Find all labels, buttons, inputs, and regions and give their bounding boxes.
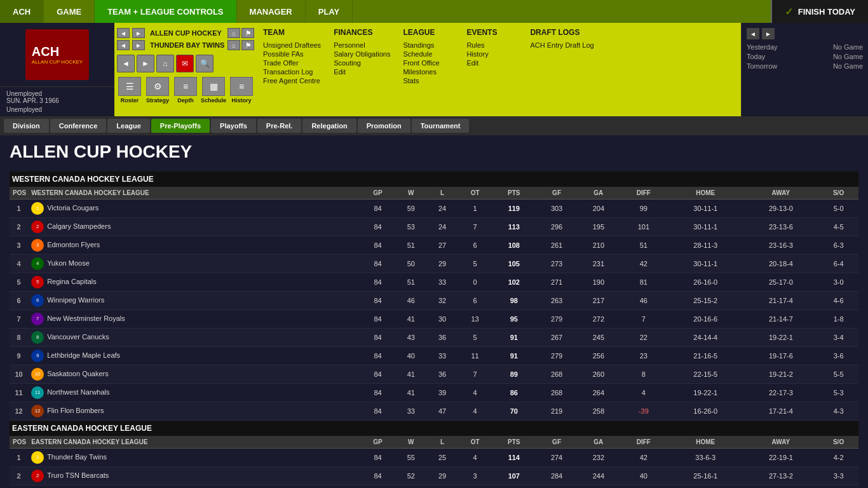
away-cell: 19-21-2 (743, 365, 819, 384)
table-row[interactable]: 9 9Lethbridge Maple Leafs 84 40 33 11 91… (10, 347, 858, 365)
away-cell: 29-13-0 (743, 200, 819, 218)
section-header: EASTERN CANADA HOCKEY LEAGUE (10, 421, 858, 437)
free-agent-centre[interactable]: Free Agent Centre (263, 76, 321, 85)
strategy-button[interactable]: ⚙ Strategy (145, 77, 170, 104)
table-row[interactable]: 2 2Calgary Stampeders 84 53 24 7 113 296… (10, 218, 858, 236)
depth-button[interactable]: ≡ Depth (173, 77, 198, 104)
team-name-cell: 1Thunder Bay Twins (28, 449, 360, 467)
table-row[interactable]: 3 3Kingston Aces 84 43 31 10 96 260 240 … (10, 485, 858, 489)
home-icon[interactable]: ⌂ (227, 28, 240, 38)
table-row[interactable]: 10 10Saskatoon Quakers 84 41 36 7 89 268… (10, 365, 858, 384)
prev-arrow-2[interactable]: ◄ (117, 40, 130, 50)
finances-edit[interactable]: Edit (334, 67, 390, 76)
table-row[interactable]: 11 11Northwest Narwhals 84 41 39 4 86 26… (10, 384, 858, 402)
tab-pre-playoffs[interactable]: Pre-Playoffs (151, 119, 210, 133)
gf-cell: 267 (536, 329, 578, 347)
gp-cell: 84 (360, 365, 395, 384)
nav-team-league[interactable]: TEAM + LEAGUE CONTROLS (95, 0, 236, 23)
events-edit[interactable]: Edit (466, 58, 517, 67)
standings[interactable]: Standings (403, 41, 454, 50)
search-ctrl[interactable]: 🔍 (196, 55, 214, 72)
nav-ach[interactable]: ACH (0, 0, 44, 23)
tab-pre-rel[interactable]: Pre-Rel. (257, 119, 302, 133)
ach-entry-draft-log[interactable]: ACH Entry Draft Log (530, 41, 619, 50)
allen-cup-nav[interactable]: ◄ ► ALLEN CUP HOCKEY ⌂ ⚑ (117, 28, 254, 38)
table-row[interactable]: 12 12Flin Flon Bombers 84 33 47 4 70 219… (10, 402, 858, 421)
flag-icon-2[interactable]: ⚑ (241, 40, 254, 50)
home-cell: 19-22-1 (668, 384, 743, 402)
tab-playoffs[interactable]: Playoffs (211, 119, 256, 133)
diff-cell: 46 (620, 292, 668, 310)
table-row[interactable]: 3 3Edmonton Flyers 84 51 27 6 108 261 21… (10, 236, 858, 255)
events-history[interactable]: History (466, 50, 517, 58)
table-row[interactable]: 7 7New Westminster Royals 84 41 30 13 95… (10, 310, 858, 329)
team-name-cell: 10Saskatoon Quakers (28, 365, 360, 384)
roster-button[interactable]: ☰ Roster (117, 77, 142, 104)
ot-cell: 1 (458, 200, 492, 218)
schedule[interactable]: Schedule (403, 50, 454, 58)
table-row[interactable]: 4 4Yukon Moose 84 50 29 5 105 273 231 42… (10, 255, 858, 273)
events-rules[interactable]: Rules (466, 41, 517, 50)
nav-game[interactable]: GAME (44, 0, 95, 23)
so-cell: 4-5 (818, 218, 858, 236)
w-cell: 43 (395, 329, 426, 347)
milestones[interactable]: Milestones (403, 67, 454, 76)
tab-tournament[interactable]: Tournament (412, 119, 470, 133)
next-arrow-2[interactable]: ► (132, 40, 145, 50)
pos-cell: 2 (10, 467, 28, 485)
trade-offer[interactable]: Trade Offer (263, 58, 321, 67)
tab-league[interactable]: League (107, 119, 150, 133)
possible-fas[interactable]: Possible FAs (263, 50, 321, 58)
ot-cell: 4 (458, 449, 492, 467)
w-cell: 55 (395, 449, 426, 467)
home-cell: 26-16-0 (668, 273, 743, 292)
date-prev[interactable]: ◄ (747, 28, 759, 39)
back-ctrl[interactable]: ◄ (117, 55, 135, 72)
tab-division[interactable]: Division (4, 119, 49, 133)
table-row[interactable]: 2 2Truro TSN Bearcats 84 52 29 3 107 284… (10, 467, 858, 485)
pos-cell: 1 (10, 449, 28, 467)
front-office[interactable]: Front Office (403, 58, 454, 67)
l-cell: 33 (426, 273, 458, 292)
transaction-log[interactable]: Transaction Log (263, 67, 321, 76)
home-icon-2[interactable]: ⌂ (227, 40, 240, 50)
diff-cell: 42 (620, 449, 668, 467)
nav-manager[interactable]: MANAGER (237, 0, 306, 23)
gp-cell: 84 (360, 292, 395, 310)
ot-cell: 6 (458, 236, 492, 255)
tab-promotion[interactable]: Promotion (358, 119, 410, 133)
tab-relegation[interactable]: Relegation (302, 119, 356, 133)
mail-ctrl[interactable]: ✉ (176, 55, 194, 72)
prev-arrow[interactable]: ◄ (117, 28, 130, 38)
date-next[interactable]: ► (762, 28, 775, 39)
thunder-bay-nav[interactable]: ◄ ► THUNDER BAY TWINS ⌂ ⚑ (117, 40, 254, 50)
schedule-button[interactable]: ▦ Schedule (201, 77, 226, 104)
personnel[interactable]: Personnel (334, 41, 390, 50)
gp-cell: 84 (360, 273, 395, 292)
nav-play[interactable]: PLAY (306, 0, 353, 23)
history-button[interactable]: ≡ History (229, 77, 254, 104)
table-row[interactable]: 1 1Thunder Bay Twins 84 55 25 4 114 274 … (10, 449, 858, 467)
fwd-ctrl[interactable]: ► (137, 55, 154, 72)
so-cell: 6-4 (818, 255, 858, 273)
table-row[interactable]: 5 5Regina Capitals 84 51 33 0 102 271 19… (10, 273, 858, 292)
flag-icon[interactable]: ⚑ (241, 28, 254, 38)
ot-cell: 6 (458, 292, 492, 310)
strategy-label: Strategy (146, 97, 169, 104)
unsigned-draftees[interactable]: Unsigned Draftees (263, 41, 321, 50)
l-cell: 24 (426, 200, 458, 218)
stats[interactable]: Stats (403, 76, 454, 85)
tab-conference[interactable]: Conference (50, 119, 107, 133)
pts-cell: 70 (492, 402, 536, 421)
home-ctrl[interactable]: ⌂ (156, 55, 174, 72)
scouting[interactable]: Scouting (334, 58, 390, 67)
table-row[interactable]: 6 6Winnipeg Warriors 84 46 32 6 98 263 2… (10, 292, 858, 310)
table-row[interactable]: 8 8Vancouver Canucks 84 43 36 5 91 267 2… (10, 329, 858, 347)
home-cell: 21-16-5 (668, 347, 743, 365)
finish-today-button[interactable]: ✓ FINISH TODAY (771, 0, 868, 23)
pts-cell: 113 (492, 218, 536, 236)
next-arrow[interactable]: ► (132, 28, 145, 38)
away-cell: 25-17-0 (743, 273, 819, 292)
table-row[interactable]: 1 1Victoria Cougars 84 59 24 1 119 303 2… (10, 200, 858, 218)
salary-obligations[interactable]: Salary Obligations (334, 50, 390, 58)
